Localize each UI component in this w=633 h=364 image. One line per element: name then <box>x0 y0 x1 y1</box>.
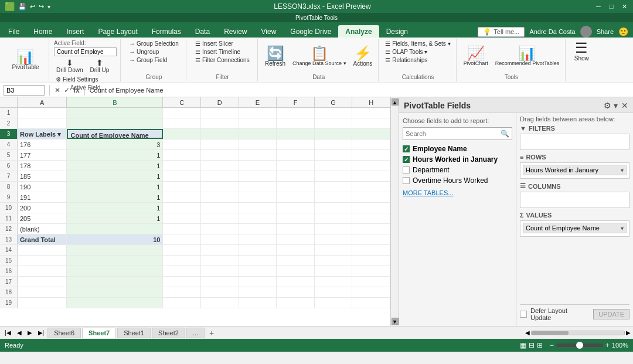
cell-d11[interactable] <box>201 213 239 223</box>
page-layout-view-btn[interactable]: ⊟ <box>529 341 535 349</box>
cell-c10[interactable] <box>163 203 201 213</box>
pivot-table-btn[interactable]: 📊 PivotTable <box>9 49 41 72</box>
cell-c5[interactable] <box>163 150 201 160</box>
cell-c3[interactable] <box>163 129 201 139</box>
add-sheet-btn[interactable]: + <box>206 328 217 338</box>
cell-b6[interactable]: 1 <box>67 161 163 171</box>
tab-insert[interactable]: Insert <box>59 25 91 38</box>
pivot-filters-box[interactable] <box>520 134 629 150</box>
cell-b5[interactable]: 1 <box>67 150 163 160</box>
cancel-formula-icon[interactable]: ✕ <box>55 86 60 94</box>
col-header-h[interactable]: H <box>352 97 390 107</box>
col-header-a[interactable]: A <box>18 97 67 107</box>
page-break-view-btn[interactable]: ⊞ <box>537 341 543 349</box>
cell-g12[interactable] <box>315 224 353 234</box>
cell-a2[interactable] <box>18 118 67 128</box>
cell-f8[interactable] <box>277 182 315 192</box>
pivot-search-input[interactable] <box>403 130 498 137</box>
tab-review[interactable]: Review <box>217 25 254 38</box>
gear-icon[interactable]: ⚙ ▾ <box>604 101 618 110</box>
insert-function-icon[interactable]: fx <box>73 86 80 94</box>
normal-view-btn[interactable]: ▦ <box>520 341 526 349</box>
cell-d5[interactable] <box>201 150 239 160</box>
pivot-rows-box[interactable]: Hours Worked in January ▾ <box>520 162 629 179</box>
cell-e4[interactable] <box>239 140 277 149</box>
defer-checkbox[interactable] <box>520 311 527 318</box>
cell-h10[interactable] <box>352 203 390 213</box>
close-panel-icon[interactable]: ✕ <box>621 101 628 110</box>
scroll-up-btn[interactable]: ▲ <box>392 98 399 106</box>
pivot-checkbox-hours-january[interactable]: ✓ <box>403 156 410 163</box>
cell-d6[interactable] <box>201 161 239 171</box>
group-selection-btn[interactable]: → Group Selection <box>127 40 181 47</box>
zoom-slider[interactable] <box>556 343 603 347</box>
scrollbar-track[interactable] <box>531 331 625 335</box>
cell-b10[interactable]: 1 <box>67 203 163 213</box>
cell-b7[interactable]: 1 <box>67 171 163 181</box>
cell-d12[interactable] <box>201 224 239 234</box>
tab-design[interactable]: Design <box>379 25 415 38</box>
cell-f10[interactable] <box>277 203 315 213</box>
cell-f4[interactable] <box>277 140 315 149</box>
cell-d13[interactable] <box>201 234 239 244</box>
tab-formulas[interactable]: Formulas <box>145 25 188 38</box>
sheet-tab-more[interactable]: ... <box>186 328 205 338</box>
actions-btn[interactable]: ⚡ Actions <box>351 45 375 68</box>
cell-b13[interactable]: 10 <box>67 234 163 244</box>
pivot-field-overtime[interactable]: Overtime Hours Worked <box>403 175 512 186</box>
cell-h12[interactable] <box>352 224 390 234</box>
cell-b3[interactable]: Count of Employee Name <box>67 129 163 139</box>
cell-c4[interactable] <box>163 140 201 149</box>
cell-b9[interactable]: 1 <box>67 192 163 202</box>
tab-data[interactable]: Data <box>188 25 217 38</box>
cell-d8[interactable] <box>201 182 239 192</box>
cell-h6[interactable] <box>352 161 390 171</box>
col-header-b[interactable]: B <box>67 97 163 107</box>
filter-connections-btn[interactable]: ☰ Filter Connections <box>193 56 251 64</box>
col-header-f[interactable]: F <box>277 97 315 107</box>
olap-tools-btn[interactable]: ☰ OLAP Tools ▾ <box>383 48 452 56</box>
cell-f11[interactable] <box>277 213 315 223</box>
cell-c2[interactable] <box>163 118 201 128</box>
insert-timeline-btn[interactable]: ☰ Insert Timeline <box>193 48 251 56</box>
pivot-checkbox-department[interactable] <box>403 166 410 174</box>
update-btn[interactable]: UPDATE <box>593 309 629 319</box>
sheet-tab-sheet6[interactable]: Sheet6 <box>47 328 81 338</box>
cell-f3[interactable] <box>277 129 315 139</box>
more-tables-link[interactable]: MORE TABLES... <box>403 189 512 196</box>
cell-g9[interactable] <box>315 192 353 202</box>
cell-c12[interactable] <box>163 224 201 234</box>
pivot-field-employee-name[interactable]: ✓ Employee Name <box>403 144 512 154</box>
group-field-btn[interactable]: → Group Field <box>127 56 181 64</box>
drill-down-btn[interactable]: ⬇ Drill Down <box>54 57 86 74</box>
cell-c9[interactable] <box>163 192 201 202</box>
tab-view[interactable]: View <box>254 25 284 38</box>
cell-a13[interactable]: Grand Total <box>18 234 67 244</box>
col-header-c[interactable]: C <box>163 97 201 107</box>
cell-h2[interactable] <box>352 118 390 128</box>
cell-b4[interactable]: 3 <box>67 140 163 149</box>
refresh-btn[interactable]: 🔄 Refresh <box>263 45 288 68</box>
zoom-in-btn[interactable]: + <box>605 341 610 349</box>
quick-access-undo[interactable]: ↩ <box>30 3 35 11</box>
cell-reference-box[interactable]: B3 <box>4 85 45 96</box>
sheet-tab-sheet2[interactable]: Sheet2 <box>152 328 185 338</box>
cell-d9[interactable] <box>201 192 239 202</box>
close-btn[interactable]: ✕ <box>620 2 628 11</box>
cell-c11[interactable] <box>163 213 201 223</box>
cell-c8[interactable] <box>163 182 201 192</box>
cell-h1[interactable] <box>352 108 390 118</box>
cell-b1[interactable] <box>67 108 163 118</box>
tab-page-layout[interactable]: Page Layout <box>91 25 144 38</box>
tab-file[interactable]: File <box>1 25 26 38</box>
pivot-checkbox-overtime[interactable] <box>403 177 410 184</box>
pivot-rows-dropdown-icon[interactable]: ▾ <box>621 167 624 174</box>
cell-e9[interactable] <box>239 192 277 202</box>
cell-e5[interactable] <box>239 150 277 160</box>
pivot-field-hours-january[interactable]: ✓ Hours Worked in January <box>403 154 512 165</box>
pivot-values-box[interactable]: Count of Employee Name ▾ <box>520 220 629 237</box>
cell-a11[interactable]: 205 <box>18 213 67 223</box>
cell-g5[interactable] <box>315 150 353 160</box>
cell-e3[interactable] <box>239 129 277 139</box>
scroll-left-btn[interactable]: ◀ <box>525 329 530 336</box>
